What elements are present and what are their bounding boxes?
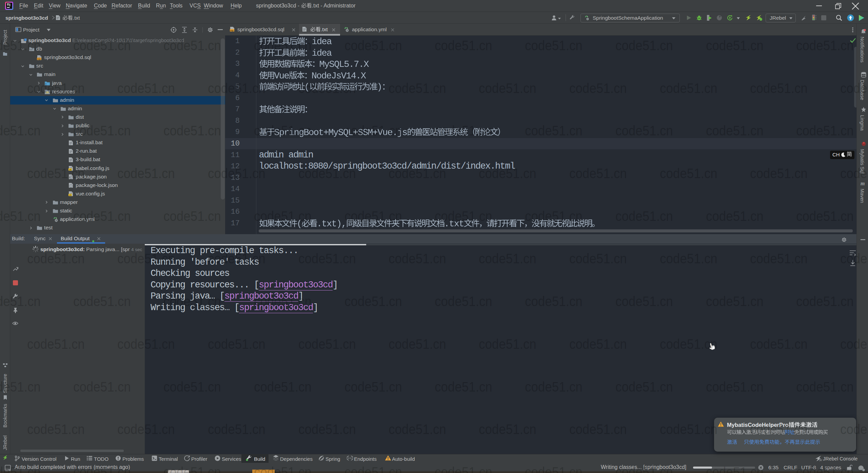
svg-text:JR: JR [819,459,822,461]
svg-text:m: m [861,181,865,186]
svg-text:SQL: SQL [37,58,41,60]
svg-text:JS: JS [69,169,72,171]
svg-text:JS: JS [69,194,72,196]
svg-text:SQL: SQL [230,30,234,32]
